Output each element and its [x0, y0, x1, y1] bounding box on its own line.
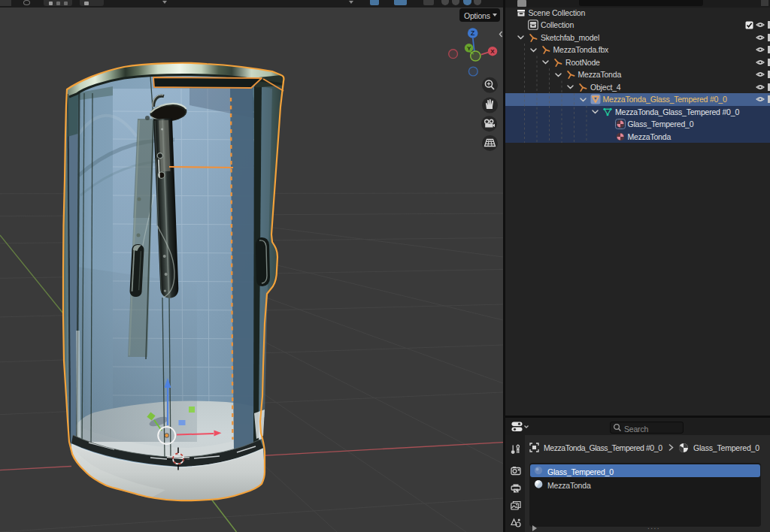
svg-text:Z: Z [471, 29, 474, 37]
svg-text:Y: Y [467, 45, 471, 52]
svg-text:X: X [490, 48, 495, 55]
